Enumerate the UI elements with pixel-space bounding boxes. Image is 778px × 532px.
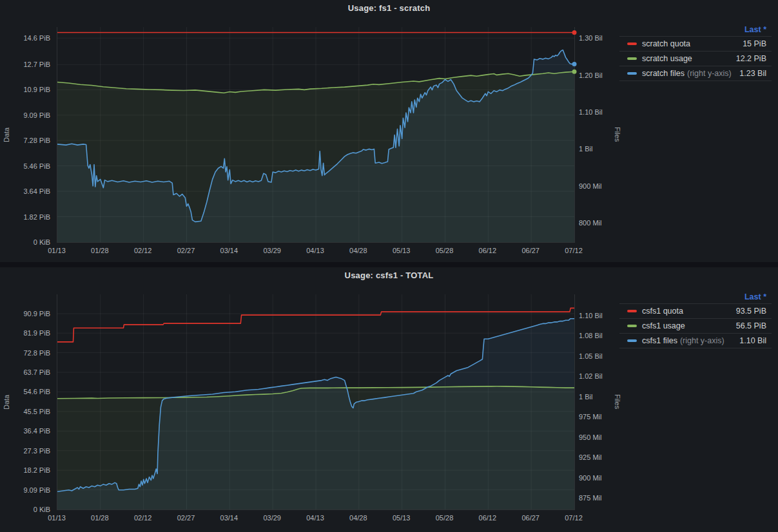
series-color-swatch [627, 339, 637, 342]
series-color-swatch [627, 43, 637, 45]
x-tick-label: 05/13 [379, 246, 424, 255]
x-tick-label: 02/12 [121, 246, 166, 255]
legend-row[interactable]: csfs1 quota93.5 PiB [619, 304, 772, 319]
y-left-tick-label: 9.09 PiB [0, 486, 50, 495]
legend-series-label: csfs1 files [642, 336, 677, 345]
y-right-tick-label: 1.20 Bil [579, 71, 625, 80]
legend-series-note: (right y-axis) [680, 336, 725, 345]
x-tick-label: 03/29 [249, 513, 295, 522]
x-tick-label: 01/13 [34, 246, 79, 255]
x-tick-label: 06/12 [465, 246, 510, 255]
y-left-tick-label: 1.82 PiB [0, 213, 50, 222]
legend-row[interactable]: csfs1 files(right y-axis)1.10 Bil [619, 334, 772, 348]
y-right-tick-label: 925 Mil [579, 453, 625, 462]
chart-canvas [57, 294, 574, 509]
x-tick-label: 01/13 [34, 513, 79, 522]
legend-row[interactable]: scratch files(right y-axis)1.23 Bil [619, 66, 772, 81]
legend-series-label: scratch quota [642, 39, 690, 48]
x-tick-label: 02/27 [164, 513, 209, 522]
panel-title[interactable]: Usage: fs1 - scratch [0, 3, 778, 13]
y-left-tick-label: 81.9 PiB [0, 328, 50, 337]
y-left-tick-label: 0 KiB [0, 505, 50, 514]
y-right-tick-label: 800 Mil [579, 218, 625, 227]
x-tick-label: 05/13 [379, 513, 424, 522]
y-right-tick-label: 1.30 Bil [579, 33, 625, 43]
series-end-dot [572, 62, 577, 66]
y-left-tick-label: 54.6 PiB [0, 387, 50, 396]
x-tick-label: 03/29 [249, 246, 295, 255]
x-tick-label: 02/27 [164, 246, 209, 255]
legend-sort-header[interactable]: Last * [619, 290, 772, 304]
y-left-tick-label: 72.8 PiB [0, 348, 50, 357]
x-tick-label: 03/14 [206, 513, 251, 522]
legend-sort-header[interactable]: Last * [619, 23, 772, 37]
legend-rows: csfs1 quota93.5 PiBcsfs1 usage56.5 PiBcs… [619, 304, 772, 348]
x-tick-label: 03/14 [206, 246, 251, 255]
x-tick-label: 04/13 [293, 513, 338, 522]
x-tick-label: 06/12 [465, 513, 510, 522]
legend-series-value: 56.5 PiB [736, 321, 766, 330]
y-right-tick-label: 950 Mil [579, 433, 625, 442]
y-left-axis-title: Data [1, 27, 12, 242]
legend-series-value: 93.5 PiB [736, 307, 766, 316]
x-tick-label: 05/28 [422, 513, 467, 522]
y-right-tick-label: 1.02 Bil [579, 372, 625, 381]
series-color-swatch [627, 325, 637, 327]
y-left-tick-label: 12.7 PiB [0, 60, 50, 69]
y-right-tick-label: 900 Mil [579, 182, 625, 191]
grafana-dashboard: Usage: fs1 - scratch Data Files Last * s… [0, 0, 778, 532]
y-left-tick-label: 3.64 PiB [0, 187, 50, 196]
y-left-tick-label: 7.28 PiB [0, 136, 50, 145]
x-tick-label: 06/27 [508, 246, 553, 255]
legend-series-label: csfs1 quota [642, 307, 683, 316]
legend-series-value: 12.2 PiB [736, 54, 766, 63]
legend-row[interactable]: scratch quota15 PiB [619, 37, 772, 52]
y-left-tick-label: 27.3 PiB [0, 446, 50, 455]
legend-series-value: 1.23 Bil [739, 69, 766, 78]
x-tick-label: 01/28 [77, 513, 122, 522]
y-left-tick-label: 63.7 PiB [0, 368, 50, 377]
y-right-tick-label: 1 Bil [579, 392, 625, 401]
y-right-tick-label: 875 Mil [579, 493, 625, 502]
legend-series-value: 1.10 Bil [739, 336, 766, 345]
series-end-dot [572, 70, 577, 74]
x-tick-label: 04/28 [336, 513, 381, 522]
x-tick-label: 01/28 [77, 246, 122, 255]
legend-row[interactable]: scratch usage12.2 PiB [619, 52, 772, 66]
x-tick-label: 04/28 [336, 246, 381, 255]
panel-fs1-scratch: Usage: fs1 - scratch Data Files Last * s… [0, 0, 778, 262]
y-left-tick-label: 14.6 PiB [0, 33, 50, 43]
series-color-swatch [627, 57, 637, 60]
series-end-dot [572, 30, 577, 35]
x-tick-label: 07/12 [551, 246, 596, 255]
y-right-tick-label: 1.05 Bil [579, 352, 625, 361]
plot-area[interactable] [57, 27, 575, 243]
legend: Last * csfs1 quota93.5 PiBcsfs1 usage56.… [619, 290, 772, 348]
y-left-tick-label: 90.9 PiB [0, 309, 50, 318]
y-left-tick-label: 5.46 PiB [0, 162, 50, 171]
y-right-tick-label: 1 Bil [579, 144, 625, 153]
panel-title[interactable]: Usage: csfs1 - TOTAL [0, 271, 778, 280]
x-tick-label: 02/12 [121, 513, 166, 522]
x-tick-label: 04/13 [293, 246, 338, 255]
legend-series-label: csfs1 usage [642, 321, 685, 330]
legend-series-value: 15 PiB [743, 39, 766, 48]
legend-series-note: (right y-axis) [687, 69, 732, 78]
y-left-tick-label: 9.09 PiB [0, 111, 50, 120]
legend-rows: scratch quota15 PiBscratch usage12.2 PiB… [619, 37, 772, 81]
x-tick-label: 05/28 [422, 246, 467, 255]
y-right-tick-label: 1.08 Bil [579, 331, 625, 340]
y-right-tick-label: 975 Mil [579, 412, 625, 421]
legend-series-label: scratch files [642, 69, 685, 78]
panel-csfs1-total: Usage: csfs1 - TOTAL Data Files Last * c… [0, 267, 778, 532]
y-right-tick-label: 1.10 Bil [579, 108, 625, 117]
y-left-tick-label: 45.5 PiB [0, 407, 50, 416]
y-left-tick-label: 36.4 PiB [0, 426, 50, 435]
legend: Last * scratch quota15 PiBscratch usage1… [619, 23, 772, 81]
legend-series-label: scratch usage [642, 54, 692, 63]
plot-area[interactable] [57, 294, 575, 510]
y-left-tick-label: 10.9 PiB [0, 85, 50, 94]
series-color-swatch [627, 310, 637, 312]
y-right-tick-label: 900 Mil [579, 473, 625, 482]
legend-row[interactable]: csfs1 usage56.5 PiB [619, 319, 772, 334]
